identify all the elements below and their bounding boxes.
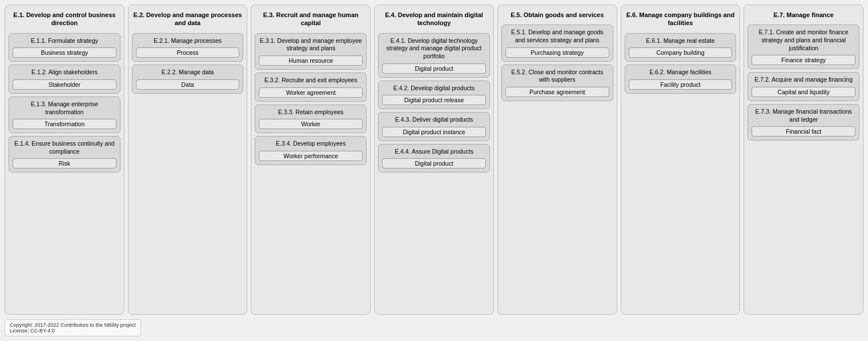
column-header-e4: E.4. Develop and maintain digital techno… (378, 9, 490, 30)
section-title-e12: E.1.2. Align stakeholders (31, 69, 98, 77)
section-title-e11: E.1.1. Formulate strategy (31, 37, 98, 45)
section-card-e44: E.4.4. Assure Digital productsDigital pr… (378, 144, 490, 173)
tag-button-e61[interactable]: Company building (629, 47, 733, 58)
section-card-e31: E.3.1. Develop and manage employee strat… (255, 33, 367, 70)
section-title-e42: E.4.2. Develop digital products (393, 85, 475, 93)
tag-button-e42[interactable]: Digital product release (382, 95, 486, 105)
tag-button-e12[interactable]: Stakeholder (13, 79, 116, 90)
license-text: License: CC-BY-4.0 (10, 328, 136, 334)
section-card-e62: E.6.2. Manage facilitiesFacility product (625, 65, 737, 94)
column-header-e1: E.1. Develop and control business direct… (9, 9, 120, 30)
footer: Copyright: 2017-2022 Contributors to the… (5, 319, 141, 336)
section-title-e32: E.3.2. Recruite and exit employees (264, 77, 357, 85)
tag-button-e22[interactable]: Data (136, 79, 240, 90)
section-title-e13: E.1.3. Manage enterprise transformation (13, 101, 116, 116)
column-e7: E.7. Manage financeE.7.1. Create and mon… (744, 5, 863, 315)
section-title-e43: E.4.3. Deliver digital products (395, 116, 473, 124)
section-card-e61: E.6.1. Manage real estateCompany buildin… (625, 33, 737, 62)
tag-button-e11[interactable]: Business strategy (13, 47, 116, 58)
section-card-e71: E.7.1. Create and monitor finance strate… (748, 25, 859, 69)
section-card-e33: E.3.3. Retain employeesWorker (255, 105, 367, 134)
column-header-e7: E.7. Manage finance (748, 9, 859, 21)
tag-button-e43[interactable]: Digital product instance (382, 127, 486, 137)
section-card-e51: E.5.1. Develop and manage goods and serv… (501, 25, 613, 61)
section-card-e34: E.3.4. Develop employeesWorker performan… (255, 136, 367, 165)
tag-button-e21[interactable]: Process (136, 47, 240, 58)
tag-button-e71[interactable]: Finance strategy (752, 55, 855, 65)
section-title-e22: E.2.2. Manage data (162, 69, 214, 77)
section-title-e44: E.4.4. Assure Digital products (395, 148, 473, 156)
section-title-e73: E.7.3. Manage financial transactions and… (752, 108, 855, 123)
section-title-e33: E.3.3. Retain employees (278, 109, 343, 117)
section-title-e21: E.2.1. Manage processes (154, 37, 222, 45)
section-card-e52: E.5.2. Close and monitor contracts with … (501, 65, 613, 101)
tag-button-e51[interactable]: Purchasing strategy (505, 47, 609, 58)
section-card-e22: E.2.2. Manage dataData (132, 65, 244, 94)
section-title-e61: E.6.1. Manage real estate (646, 37, 714, 45)
section-card-e73: E.7.3. Manage financial transactions and… (748, 104, 859, 141)
tag-button-e62[interactable]: Facility product (629, 79, 733, 90)
section-title-e71: E.7.1. Create and monitor finance strate… (752, 29, 855, 52)
section-title-e72: E.7.2. Acquire and manage financing (754, 76, 853, 84)
tag-button-e13[interactable]: Transformation (13, 119, 116, 129)
main-container: E.1. Develop and control business direct… (0, 0, 868, 341)
section-title-e41: E.4.1. Develop digital technology strate… (382, 37, 486, 61)
section-title-e62: E.6.2. Manage facilities (649, 69, 712, 77)
column-e4: E.4. Develop and maintain digital techno… (374, 5, 494, 315)
section-card-e42: E.4.2. Develop digital productsDigital p… (378, 81, 490, 110)
section-card-e11: E.1.1. Formulate strategyBusiness strate… (9, 33, 120, 62)
section-card-e13: E.1.3. Manage enterprise transformationT… (9, 97, 120, 133)
column-e2: E.2. Develop and manage processes and da… (128, 5, 248, 315)
section-card-e12: E.1.2. Align stakeholdersStakeholder (9, 65, 120, 94)
column-header-e2: E.2. Develop and manage processes and da… (132, 9, 244, 30)
column-e3: E.3. Recruit and manage human capitalE.3… (251, 5, 371, 315)
section-title-e34: E.3.4. Develop employees (276, 140, 346, 148)
section-title-e14: E.1.4. Ensure business continuity and co… (13, 140, 116, 155)
section-title-e31: E.3.1. Develop and manage employee strat… (259, 37, 363, 53)
tag-button-e33[interactable]: Worker (259, 119, 363, 129)
column-e6: E.6. Manage company buildings and facili… (621, 5, 741, 315)
tag-button-e31[interactable]: Human resource (259, 55, 363, 66)
section-card-e41: E.4.1. Develop digital technology strate… (378, 33, 490, 78)
section-card-e21: E.2.1. Manage processesProcess (132, 33, 244, 62)
section-card-e32: E.3.2. Recruite and exit employeesWorker… (255, 73, 367, 102)
copyright-text: Copyright: 2017-2022 Contributors to the… (10, 322, 136, 328)
tag-button-e41[interactable]: Digital product (382, 63, 486, 74)
section-title-e51: E.5.1. Develop and manage goods and serv… (505, 29, 609, 44)
tag-button-e73[interactable]: Financial fact (752, 126, 855, 137)
column-header-e3: E.3. Recruit and manage human capital (255, 9, 367, 30)
column-header-e6: E.6. Manage company buildings and facili… (625, 9, 737, 30)
tag-button-e14[interactable]: Risk (13, 158, 116, 169)
columns-row: E.1. Develop and control business direct… (5, 5, 863, 315)
column-header-e5: E.5. Obtain goods and services (501, 9, 613, 21)
tag-button-e34[interactable]: Worker performance (259, 151, 363, 161)
section-card-e72: E.7.2. Acquire and manage financingCapit… (748, 72, 859, 101)
tag-button-e72[interactable]: Capital and liquidity (752, 87, 855, 97)
column-e1: E.1. Develop and control business direct… (5, 5, 124, 315)
tag-button-e44[interactable]: Digital product (382, 158, 486, 169)
section-card-e14: E.1.4. Ensure business continuity and co… (9, 136, 120, 172)
section-card-e43: E.4.3. Deliver digital productsDigital p… (378, 112, 490, 141)
column-e5: E.5. Obtain goods and servicesE.5.1. Dev… (497, 5, 617, 315)
tag-button-e32[interactable]: Worker agreement (259, 87, 363, 98)
section-title-e52: E.5.2. Close and monitor contracts with … (505, 69, 609, 84)
tag-button-e52[interactable]: Purchase agreement (505, 87, 609, 97)
